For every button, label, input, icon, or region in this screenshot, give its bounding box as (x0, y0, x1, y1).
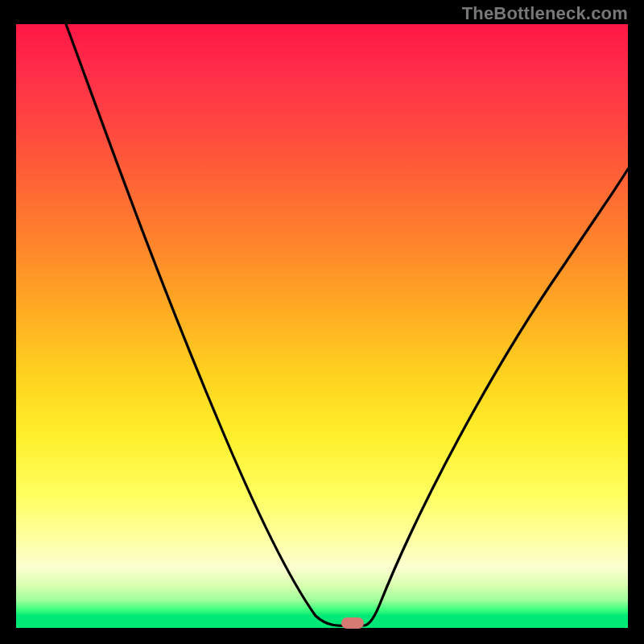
watermark-text: TheBottleneck.com (462, 3, 628, 24)
bottleneck-curve (16, 24, 628, 628)
curve-path (66, 24, 628, 625)
chart-frame: TheBottleneck.com (0, 0, 644, 644)
plot-area (16, 24, 628, 628)
minimum-marker (341, 617, 364, 629)
